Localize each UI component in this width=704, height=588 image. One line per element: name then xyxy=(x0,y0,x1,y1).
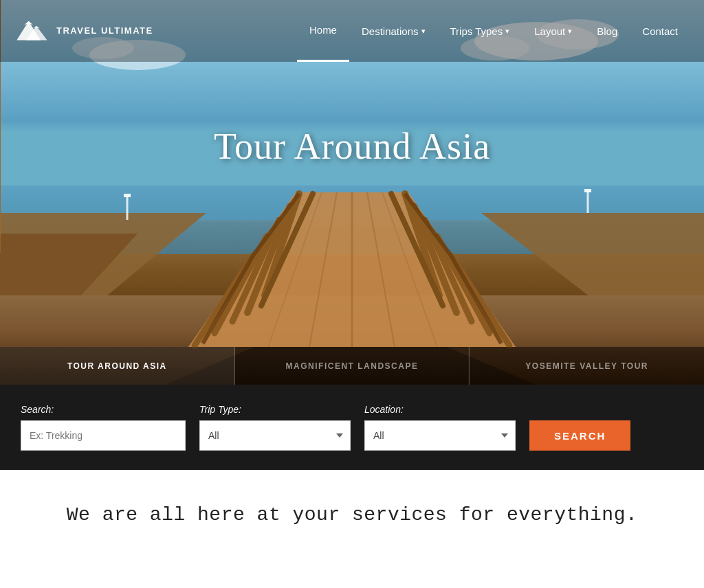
nav-link-blog[interactable]: Blog xyxy=(584,0,630,62)
logo-text: TRAVEL ULTIMATE xyxy=(56,25,153,37)
slide-item-3[interactable]: YOSEMITE VALLEY TOUR xyxy=(470,347,704,385)
nav-link-contact[interactable]: Contact xyxy=(630,0,690,62)
location-select[interactable]: All Asia Europe America Africa xyxy=(364,420,516,451)
nav-item-blog[interactable]: Blog xyxy=(584,0,630,62)
search-button[interactable]: SEARCH xyxy=(529,420,630,451)
nav-link-destinations[interactable]: Destinations ▾ xyxy=(349,0,438,62)
trip-type-label: Trip Type: xyxy=(199,404,351,415)
nav-link-trips[interactable]: Trips Types ▾ xyxy=(438,0,522,62)
nav-item-destinations[interactable]: Destinations ▾ xyxy=(349,0,438,62)
chevron-down-icon: ▾ xyxy=(421,27,426,36)
slide-item-1[interactable]: TOUR AROUND ASIA xyxy=(0,347,235,385)
navbar: TRAVEL ULTIMATE Home Destinations ▾ Trip… xyxy=(0,0,704,62)
svg-rect-48 xyxy=(124,194,131,197)
search-label: Search: xyxy=(21,404,186,415)
search-group-keyword: Search: xyxy=(21,404,186,451)
location-label: Location: xyxy=(364,404,516,415)
svg-rect-50 xyxy=(584,189,591,192)
nav-item-contact[interactable]: Contact xyxy=(630,0,690,62)
search-group-type: Trip Type: All Adventure Cultural Nature… xyxy=(199,404,351,451)
chevron-down-icon: ▾ xyxy=(505,27,509,36)
nav-links: Home Destinations ▾ Trips Types ▾ Layout… xyxy=(297,0,690,62)
hero-title: Tour Around Asia xyxy=(214,125,490,168)
search-group-location: Location: All Asia Europe America Africa xyxy=(364,404,516,451)
trip-type-select[interactable]: All Adventure Cultural Nature City Tour xyxy=(199,420,351,451)
nav-item-layout[interactable]: Layout ▾ xyxy=(522,0,584,62)
tagline-section: We are all here at your services for eve… xyxy=(0,470,704,546)
chevron-down-icon: ▾ xyxy=(568,27,572,36)
hero-slides: TOUR AROUND ASIA MAGNIFICENT LANDSCAPE Y… xyxy=(0,347,704,385)
slide-item-2[interactable]: MAGNIFICENT LANDSCAPE xyxy=(235,347,470,385)
tagline-text: We are all here at your services for eve… xyxy=(21,504,683,525)
nav-link-home[interactable]: Home xyxy=(297,0,349,62)
logo[interactable]: TRAVEL ULTIMATE xyxy=(14,15,153,47)
search-bar: Search: Trip Type: All Adventure Cultura… xyxy=(0,385,704,470)
search-input[interactable] xyxy=(21,420,186,451)
nav-item-trips[interactable]: Trips Types ▾ xyxy=(438,0,522,62)
nav-link-layout[interactable]: Layout ▾ xyxy=(522,0,584,62)
nav-item-home[interactable]: Home xyxy=(297,0,349,62)
logo-icon xyxy=(14,15,50,47)
